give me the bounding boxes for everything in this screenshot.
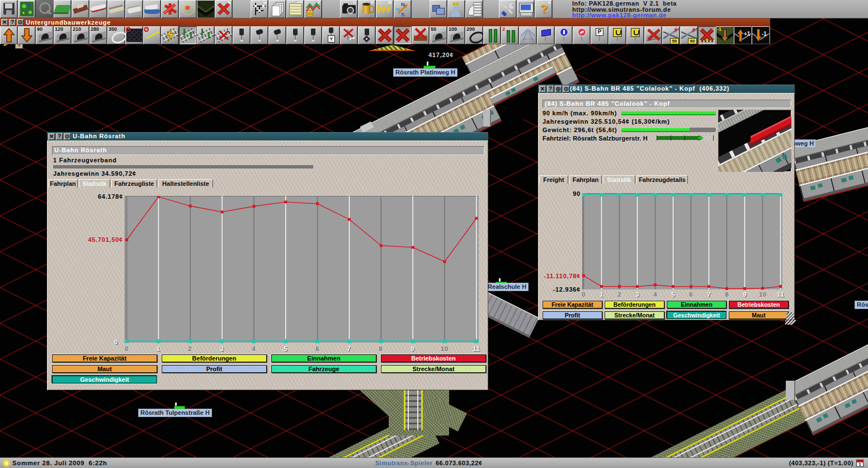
- svg-text:N: N: [401, 2, 405, 7]
- svg-text:E: E: [406, 8, 409, 13]
- svg-text:W: W: [395, 7, 400, 12]
- svg-text:S: S: [401, 12, 404, 17]
